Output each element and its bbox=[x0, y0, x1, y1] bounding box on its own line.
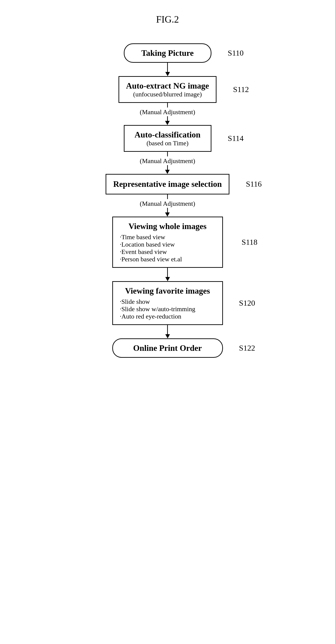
arrow-3: (Manual Adjustment) bbox=[140, 152, 195, 174]
step-label-s110: S110 bbox=[228, 49, 244, 58]
box-title-s116: Representative image selection bbox=[113, 179, 222, 190]
arrow-line-4a bbox=[167, 194, 168, 199]
arrow-line-5 bbox=[167, 268, 168, 277]
figure-title: FIG.2 bbox=[156, 14, 179, 25]
box-title-s122: Online Print Order bbox=[133, 344, 202, 353]
arrow-head-3 bbox=[165, 170, 170, 174]
arrow-6 bbox=[165, 325, 170, 338]
box-s122: Online Print Order bbox=[112, 338, 223, 358]
arrow-line-6 bbox=[167, 325, 168, 334]
box-subtitle-s114: (based on Time) bbox=[131, 140, 204, 147]
arrow-head-1 bbox=[165, 72, 170, 76]
box-title-s114: Auto-classification bbox=[131, 130, 204, 140]
step-row-s110: Taking Picture S110 bbox=[64, 43, 271, 63]
page-container: FIG.2 Taking Picture S110 Auto-extract N… bbox=[64, 14, 271, 358]
step-row-s118: Viewing whole images ·Time based view ·L… bbox=[64, 216, 271, 268]
arrow-1 bbox=[165, 63, 170, 76]
step-row-s112: Auto-extract NG image (unfocused/blurred… bbox=[64, 76, 271, 103]
box-wrapper-s110: Taking Picture S110 bbox=[124, 43, 211, 63]
step-label-s122: S122 bbox=[239, 344, 255, 352]
box-title-s120: Viewing favorite images bbox=[120, 286, 215, 296]
arrow-2: (Manual Adjustment) bbox=[140, 103, 195, 125]
box-s120: Viewing favorite images ·Slide show ·Sli… bbox=[112, 281, 223, 325]
arrow-line-1 bbox=[167, 63, 168, 72]
step-row-s120: Viewing favorite images ·Slide show ·Sli… bbox=[64, 281, 271, 325]
flowchart: Taking Picture S110 Auto-extract NG imag… bbox=[64, 43, 271, 358]
box-wrapper-s122: Online Print Order S122 bbox=[112, 338, 223, 358]
arrow-4: (Manual Adjustment) bbox=[140, 194, 195, 216]
box-wrapper-s120: Viewing favorite images ·Slide show ·Sli… bbox=[112, 281, 223, 325]
box-s114: Auto-classification (based on Time) bbox=[124, 125, 211, 152]
arrow-line-2b bbox=[167, 116, 168, 121]
box-wrapper-s118: Viewing whole images ·Time based view ·L… bbox=[112, 216, 223, 268]
arrow-head-5 bbox=[165, 277, 170, 281]
box-wrapper-s112: Auto-extract NG image (unfocused/blurred… bbox=[118, 76, 217, 103]
box-subtitle-s112: (unfocused/blurred image) bbox=[126, 91, 209, 98]
step-label-s112: S112 bbox=[233, 85, 249, 94]
manual-label-3: (Manual Adjustment) bbox=[140, 200, 195, 207]
box-subtitle-s120: ·Slide show ·Slide show w/auto-trimming … bbox=[120, 298, 215, 320]
box-title-s110: Taking Picture bbox=[141, 48, 194, 58]
step-row-s114: Auto-classification (based on Time) S114 bbox=[64, 125, 271, 152]
box-wrapper-s116: Representative image selection S116 bbox=[106, 174, 229, 194]
step-row-s116: Representative image selection S116 bbox=[64, 174, 271, 194]
box-s116: Representative image selection bbox=[106, 174, 229, 194]
box-wrapper-s114: Auto-classification (based on Time) S114 bbox=[124, 125, 211, 152]
arrow-5 bbox=[165, 268, 170, 281]
arrow-line-3a bbox=[167, 152, 168, 156]
box-s118: Viewing whole images ·Time based view ·L… bbox=[112, 216, 223, 268]
arrow-head-4 bbox=[165, 212, 170, 216]
box-s110: Taking Picture bbox=[124, 43, 211, 63]
arrow-head-6 bbox=[165, 334, 170, 338]
manual-label-1: (Manual Adjustment) bbox=[140, 108, 195, 116]
step-label-s116: S116 bbox=[246, 180, 262, 188]
arrow-line-2a bbox=[167, 103, 168, 108]
step-row-s122: Online Print Order S122 bbox=[64, 338, 271, 358]
box-subtitle-s118: ·Time based view ·Location based view ·E… bbox=[120, 234, 215, 263]
arrow-line-3b bbox=[167, 165, 168, 170]
box-title-s118: Viewing whole images bbox=[120, 222, 215, 231]
manual-label-2: (Manual Adjustment) bbox=[140, 157, 195, 165]
arrow-line-4b bbox=[167, 208, 168, 212]
step-label-s118: S118 bbox=[242, 238, 258, 246]
arrow-head-2 bbox=[165, 121, 170, 125]
step-label-s120: S120 bbox=[239, 299, 255, 308]
step-label-s114: S114 bbox=[228, 134, 244, 143]
box-s112: Auto-extract NG image (unfocused/blurred… bbox=[118, 76, 217, 103]
box-title-s112: Auto-extract NG image bbox=[126, 81, 209, 91]
